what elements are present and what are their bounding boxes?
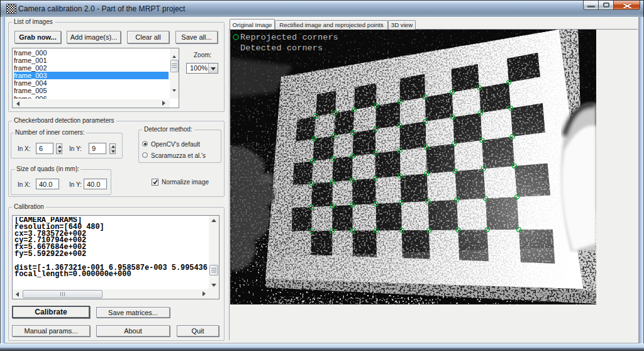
- svg-text:Detected corners: Detected corners: [240, 43, 323, 53]
- svg-text:Reprojected corners: Reprojected corners: [240, 33, 338, 42]
